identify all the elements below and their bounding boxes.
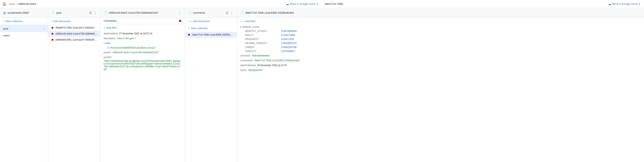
field-likes-header[interactable]: ▾ likes [100, 41, 184, 46]
doc-detail-more-icon[interactable]: ⋮ [178, 11, 182, 15]
home-icon[interactable]: 🏠 [2, 2, 6, 6]
field-key-comment: comment: [240, 54, 251, 57]
field-key-likes: likes [106, 42, 110, 44]
breadcrumb-right-doc: 3db477c0-7008-. [324, 2, 344, 6]
sidebar: ▤ socialmedia-268d7 + Start collection p… [0, 8, 48, 162]
attr-row-threat: THREAT: 0.0091524795 [240, 45, 641, 49]
comment-doc-content: + + Add field ▾ attribute_scores IDENTIT… [237, 18, 644, 162]
attr-key-profanity: PROFANITY: [245, 38, 281, 40]
field-val-description: "new to the gym !" [117, 37, 136, 40]
field-description: description: "new to the gym !" [100, 36, 184, 41]
google-cloud-label: More in Google Cloud [290, 2, 315, 6]
attr-key-insult: INSULT: [245, 34, 281, 36]
field-key-comment-id: commentId: [240, 59, 253, 62]
attr-row-profanity: PROFANITY: 0.02071529 [240, 37, 641, 41]
toggle-likes-icon: ▾ [104, 42, 105, 44]
doc-detail-header: 📄 c9902c40-6e63-11ed-b700-2d9d4e8231b7 ⋮ [100, 8, 184, 18]
comments-start-col-label: Start collection [191, 27, 208, 30]
attribute-scores-toggle[interactable]: ▾ attribute_scores [240, 25, 641, 29]
field-val-name: "blackpanther" [248, 69, 263, 72]
breadcrumb-sep-2: › [16, 2, 17, 6]
add-document-button[interactable]: + Add document [48, 18, 100, 25]
field-name: name: "blackpanther" [237, 68, 644, 72]
attr-row-toxicity: TOXICITY: 0.021549871 [240, 49, 641, 53]
doc-detail-panel: 📄 c9902c40-6e63-11ed-b700-2d9d4e8231b7 ⋮… [100, 8, 185, 162]
doc-dot-2 [52, 33, 54, 35]
comments-start-collection-btn[interactable]: + Start collection [185, 25, 237, 32]
doc-item-1[interactable]: 4fda9670-700b-11ed-a471-539a1fcf005 [48, 25, 100, 31]
post-panel-header: 📄 post ☰ ⋮ [48, 8, 100, 18]
comments-add-document-button[interactable]: + + Add document [185, 18, 237, 25]
cloud-icon: ☁ [286, 2, 289, 6]
attribute-scores-toggle-icon: ▾ [240, 26, 242, 28]
doc-id-2: c9902c40-6e63-11ed-b700-2d9d4e8231b [56, 32, 97, 35]
sidebar-item-users[interactable]: users [0, 32, 48, 39]
sidebar-header: ▤ socialmedia-268d7 [0, 8, 48, 18]
comment-doc-item-1[interactable]: 3db477c0-7008-11ed-8359-1f32f0a4b3b9 [185, 32, 237, 38]
field-post-id: postId: "c9902c40-6e63-11ed-b700-2d9d4e8… [100, 50, 184, 55]
doc-detail-content: Comments + Add field datePublishd: 27 No… [100, 18, 184, 162]
field-comment-id: commentId: "3db477c0-7008-11ed-8359-1f32… [237, 58, 644, 63]
field-val-post-url: "https://firebasestorage.googleapis.com/… [104, 60, 182, 71]
google-cloud-label-right: More in Google Cloud [612, 2, 638, 6]
breadcrumb-post[interactable]: post [10, 2, 15, 6]
attr-key-toxicity: TOXICITY: [245, 50, 281, 53]
field-key-name: name: [240, 69, 247, 72]
comments-label: Comments [104, 19, 116, 22]
comments-collection-header: Comments [100, 18, 184, 24]
comments-panel-header: 📄 comments ☰ ⋮ [185, 8, 237, 18]
field-comment: comment: "fefewfwefwefwe" [237, 53, 644, 58]
more-icon[interactable]: ⋮ [94, 11, 97, 15]
attr-row-severe-toxicity: SEVERE_TOXICITY: 0.0023937225 [240, 41, 641, 45]
attribute-scores-label: attribute_scores [242, 26, 259, 28]
attr-key-severe-toxicity: SEVERE_TOXICITY: [245, 42, 281, 44]
start-collection-button[interactable]: + Start collection [0, 18, 48, 25]
comment-add-field-plus: + [240, 20, 242, 23]
field-val-date-published-comment: 29 November 2022 at 21:07 [257, 64, 287, 67]
doc-icon: 📄 [52, 11, 55, 14]
google-cloud-button-right[interactable]: ☁ More in Google Cloud ▾ [607, 2, 642, 7]
attr-key-threat: THREAT: [245, 46, 281, 49]
comment-doc-id: 3db477c0-7008-11ed-8359-1f32f0a4b3b9 [245, 11, 641, 14]
comments-doc-icon: 📄 [188, 11, 192, 14]
comments-add-doc-label: + Add document [191, 20, 210, 23]
google-cloud-button[interactable]: ☁ More in Google Cloud ▾ [284, 2, 320, 7]
doc-id-3: e568d400-6f51-11ed-aa70-79d5839d464 [56, 38, 97, 41]
field-key-post-id: postId: [104, 51, 111, 54]
sidebar-item-post[interactable]: post › [0, 25, 48, 32]
comment-doc-file-icon: 📄 [240, 11, 244, 14]
comments-more-icon[interactable]: ⋮ [230, 11, 234, 15]
field-val-post-id: "c9902c40-6e63-11ed-b700-2d9d4e8231b7" [112, 51, 159, 54]
comment-add-field-label: + Add field [243, 20, 255, 23]
comments-start-col-plus: + [188, 27, 190, 30]
likes-child-0: 0 "NUVXemHAbMMP5iKOJamMJsC1AmZ2" [100, 46, 184, 50]
breadcrumb-doc-id: c9902c40-6e63-. [18, 2, 38, 6]
doc-item-2[interactable]: c9902c40-6e63-11ed-b700-2d9d4e8231b [48, 31, 100, 37]
chevron-down-icon: ▾ [316, 2, 318, 6]
field-val-date-published: 27 November 2022 at 18:57:24 [119, 32, 152, 35]
comment-add-field-btn[interactable]: + + Add field [237, 18, 644, 25]
doc-detail-icon: 📄 [104, 11, 107, 14]
field-date-published-comment: datePublished: 29 November 2022 at 21:07 [237, 63, 644, 68]
add-field-button[interactable]: + Add field [100, 24, 184, 31]
chevron-down-icon-right: ▾ [638, 2, 640, 6]
breadcrumb-sep-1: › [8, 2, 8, 6]
likes-child-val: "NUVXemHAbMMP5iKOJamMJsC1AmZ2" [110, 46, 156, 49]
comments-add-doc-plus: + [188, 20, 190, 23]
attr-val-severe-toxicity: 0.0023937225 [281, 42, 297, 44]
attr-val-toxicity: 0.021549871 [281, 50, 295, 53]
comments-panel: 📄 comments ☰ ⋮ + + Add document + Start … [185, 8, 237, 162]
filter-icon[interactable]: ☰ [89, 11, 92, 14]
attr-val-identity-attack: 0.0074365693 [281, 30, 297, 32]
attr-val-profanity: 0.02071529 [281, 38, 294, 40]
comment-doc-panel: 📄 3db477c0-7008-11ed-8359-1f32f0a4b3b9 +… [237, 8, 644, 162]
doc-dot-3 [52, 39, 54, 41]
comments-filter-icon[interactable]: ☰ [226, 11, 228, 14]
attr-row-insult: INSULT: 0.010172892 [240, 33, 641, 37]
field-date-published: datePublishd: 27 November 2022 at 18:57:… [100, 31, 184, 36]
add-field-plus-icon: + [104, 26, 105, 29]
field-val-comment: "fefewfwefwefwe" [252, 54, 270, 57]
doc-item-3[interactable]: e568d400-6f51-11ed-aa70-79d5839d464 [48, 37, 100, 43]
attr-row-identity-attack: IDENTITY_ATTACK: 0.0074365693 [240, 29, 641, 33]
field-post-url: postUrl: "https://firebasestorage.google… [100, 55, 184, 72]
